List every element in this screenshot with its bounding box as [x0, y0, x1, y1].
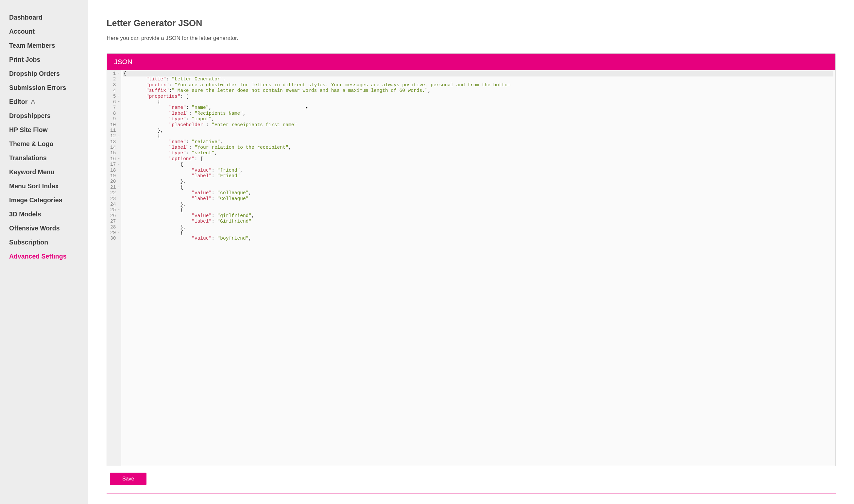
fold-toggle-icon[interactable]: ▾: [117, 231, 120, 235]
sidebar-item-label: Print Jobs: [9, 56, 40, 64]
gutter-line: 16▾: [110, 156, 120, 162]
code-line[interactable]: "label": "Girlfriend": [123, 219, 833, 224]
code-line[interactable]: "label": "Your relation to the receipien…: [123, 145, 833, 150]
gutter-line: 24: [110, 202, 120, 207]
fold-toggle-icon[interactable]: ▾: [117, 100, 120, 104]
sidebar-item-dropship-orders[interactable]: Dropship Orders: [0, 67, 88, 81]
code-line[interactable]: "value": "girlfriend",: [123, 213, 833, 219]
code-line[interactable]: "value": "colleague",: [123, 190, 833, 196]
sidebar-item-label: Account: [9, 28, 35, 35]
code-line[interactable]: "options": [: [123, 156, 833, 162]
line-number: 19: [110, 173, 116, 179]
line-number: 7: [113, 105, 116, 110]
sparkle-icon: [30, 99, 36, 105]
sidebar-item-editor[interactable]: Editor: [0, 95, 88, 109]
gutter-line: 19: [110, 173, 120, 179]
sidebar-item-submission-errors[interactable]: Submission Errors: [0, 81, 88, 95]
sidebar-item-label: Menu Sort Index: [9, 182, 59, 190]
fold-toggle-icon[interactable]: ▾: [117, 135, 120, 138]
gutter-line: 7: [110, 105, 120, 110]
code-line[interactable]: {: [123, 71, 833, 76]
line-number: 21: [110, 185, 116, 190]
sidebar-item-translations[interactable]: Translations: [0, 151, 88, 165]
code-line[interactable]: "prefix": "You are a ghostwriter for let…: [123, 83, 833, 88]
line-number: 18: [110, 168, 116, 173]
gutter-line: 14: [110, 145, 120, 150]
fold-toggle-icon[interactable]: ▾: [117, 72, 120, 75]
sidebar-item-advanced-settings[interactable]: Advanced Settings: [0, 249, 88, 264]
sidebar-item-theme-logo[interactable]: Theme & Logo: [0, 137, 88, 151]
line-number: 1: [113, 71, 116, 76]
sidebar-item-team-members[interactable]: Team Members: [0, 39, 88, 53]
sidebar-item-print-jobs[interactable]: Print Jobs: [0, 53, 88, 67]
line-number: 3: [113, 83, 116, 88]
sidebar-item-label: Dashboard: [9, 14, 42, 21]
code-line[interactable]: "properties": [: [123, 94, 833, 100]
sidebar-item-menu-sort-index[interactable]: Menu Sort Index: [0, 179, 88, 193]
save-button[interactable]: Save: [110, 473, 146, 485]
fold-toggle-icon[interactable]: ▾: [117, 95, 120, 98]
fold-toggle-icon[interactable]: ▾: [117, 163, 120, 167]
code-line[interactable]: {: [123, 100, 833, 105]
code-line[interactable]: "label": "Colleague": [123, 196, 833, 202]
code-line[interactable]: },: [123, 128, 833, 133]
code-line[interactable]: "suffix":" Make sure the letter does not…: [123, 88, 833, 93]
code-line[interactable]: {: [123, 207, 833, 213]
sidebar-item-label: Offensive Words: [9, 224, 60, 232]
line-number: 22: [110, 190, 116, 196]
sidebar-item-dashboard[interactable]: Dashboard: [0, 11, 88, 24]
sidebar-item-image-categories[interactable]: Image Categories: [0, 193, 88, 207]
code-line[interactable]: "name": "name", ▸: [123, 105, 833, 110]
gutter-line: 27: [110, 219, 120, 224]
code-line[interactable]: },: [123, 179, 833, 184]
line-number: 27: [110, 219, 116, 224]
code-line[interactable]: {: [123, 133, 833, 139]
line-number: 26: [110, 213, 116, 219]
footer: Save: [107, 473, 836, 494]
sidebar-item-dropshippers[interactable]: Dropshippers: [0, 109, 88, 123]
code-line[interactable]: "placeholder": "Enter receipients first …: [123, 122, 833, 128]
sidebar-item-offensive-words[interactable]: Offensive Words: [0, 221, 88, 235]
fold-toggle-icon[interactable]: ▾: [117, 157, 120, 161]
sidebar-item-3d-models[interactable]: 3D Models: [0, 207, 88, 221]
gutter-line: 21▾: [110, 185, 120, 190]
code-line[interactable]: },: [123, 202, 833, 207]
gutter-line: 29▾: [110, 230, 120, 236]
sidebar-item-label: HP Site Flow: [9, 126, 48, 134]
code-line[interactable]: "type": "input",: [123, 116, 833, 122]
line-number: 16: [110, 156, 116, 162]
gutter-line: 22: [110, 190, 120, 196]
editor-code[interactable]: { "title": "Letter Generator", "prefix":…: [121, 70, 835, 466]
gutter-line: 20: [110, 179, 120, 184]
line-number: 23: [110, 196, 116, 202]
code-line[interactable]: {: [123, 230, 833, 236]
sidebar-item-label: Advanced Settings: [9, 253, 67, 260]
code-line[interactable]: {: [123, 162, 833, 167]
code-line[interactable]: "value": "boyfriend",: [123, 236, 833, 241]
code-line[interactable]: "label": "Recipients Name",: [123, 111, 833, 116]
code-line[interactable]: "type": "select",: [123, 150, 833, 156]
gutter-line: 23: [110, 196, 120, 202]
gutter-line: 12▾: [110, 133, 120, 139]
code-line[interactable]: "value": "friend",: [123, 168, 833, 173]
gutter-line: 30: [110, 236, 120, 241]
sidebar-item-keyword-menu[interactable]: Keyword Menu: [0, 165, 88, 179]
code-line[interactable]: "label": "Friend": [123, 173, 833, 179]
line-number: 14: [110, 145, 116, 150]
code-line[interactable]: {: [123, 185, 833, 190]
gutter-line: 2: [110, 76, 120, 82]
code-line[interactable]: "title": "Letter Generator",: [123, 76, 833, 82]
code-line[interactable]: },: [123, 224, 833, 230]
fold-toggle-icon[interactable]: ▾: [117, 209, 120, 212]
sidebar-item-subscription[interactable]: Subscription: [0, 235, 88, 249]
sidebar-item-account[interactable]: Account: [0, 24, 88, 39]
sidebar-item-hp-site-flow[interactable]: HP Site Flow: [0, 123, 88, 137]
code-editor[interactable]: 1▾2345▾6▾789101112▾13141516▾17▾18192021▾…: [107, 70, 835, 466]
gutter-line: 18: [110, 168, 120, 173]
fold-toggle-icon[interactable]: ▾: [117, 186, 120, 189]
line-number: 10: [110, 122, 116, 128]
gutter-line: 10: [110, 122, 120, 128]
code-line[interactable]: "name": "relative",: [123, 139, 833, 145]
sidebar-item-label: Image Categories: [9, 196, 63, 204]
sidebar-item-label: Editor: [9, 98, 28, 106]
